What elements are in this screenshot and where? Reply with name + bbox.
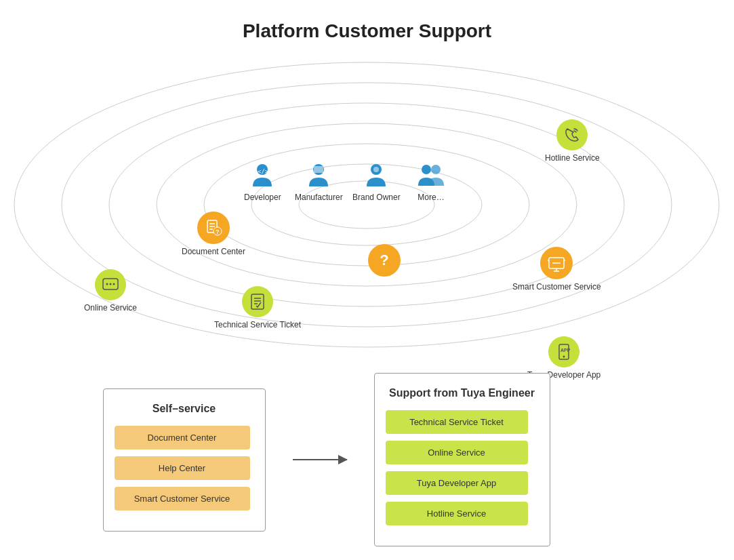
svg-point-37 (563, 356, 565, 358)
hotline-service-button[interactable]: Hotline Service (386, 502, 528, 525)
tuya-dev-app-icon: APP (548, 336, 579, 367)
brand-owner-label: Brand Owner (352, 193, 401, 202)
more-icon (417, 163, 445, 190)
support-title: Support from Tuya Engineer (386, 387, 539, 399)
online-service-label: Online Service (84, 303, 137, 313)
brand-owner-item: Brand Owner (352, 163, 401, 202)
arrow (293, 459, 347, 460)
online-service-icon (95, 269, 126, 300)
manufacturer-item: Manufacturer (295, 163, 343, 202)
self-service-title: Self–service (115, 403, 254, 415)
svg-text:APP: APP (560, 348, 571, 353)
page-title: Platform Customer Support (0, 0, 734, 42)
technical-ticket-button[interactable]: Technical Service Ticket (386, 410, 528, 434)
online-service-button[interactable]: Online Service (386, 441, 528, 464)
svg-point-13 (422, 165, 431, 174)
hotline-label: Hotline Service (545, 153, 600, 163)
svg-point-24 (113, 283, 115, 285)
svg-point-12 (373, 167, 379, 172)
technical-ticket-label: Technical Service Ticket (214, 320, 301, 329)
svg-point-23 (110, 283, 112, 285)
document-center-label: Document Center (182, 247, 245, 256)
self-service-box: Self–service Document Center Help Center… (103, 388, 266, 532)
smart-customer-item[interactable]: Smart Smart Customer ServiceCustomer Ser… (512, 247, 601, 292)
svg-rect-10 (314, 166, 323, 173)
svg-point-22 (106, 283, 108, 285)
tuya-dev-app-button[interactable]: Tuya Developer App (386, 471, 528, 495)
technical-ticket-item[interactable]: Technical Service Ticket (214, 286, 301, 329)
support-box: Support from Tuya Engineer Technical Ser… (374, 373, 550, 546)
more-label: More… (417, 193, 444, 202)
help-center-button[interactable]: Help Center (115, 456, 250, 480)
hotline-icon (556, 119, 588, 151)
more-item: More… (417, 163, 445, 202)
help-center-icon: ? (368, 244, 401, 277)
technical-ticket-icon (242, 286, 273, 317)
smart-customer-label: Smart Smart Customer ServiceCustomer Ser… (512, 282, 601, 292)
svg-point-14 (431, 165, 441, 174)
manufacturer-icon (306, 163, 331, 190)
help-center-item[interactable]: ? (368, 244, 401, 277)
document-center-button[interactable]: Document Center (115, 426, 250, 449)
online-service-item[interactable]: Online Service (84, 269, 137, 313)
brand-owner-icon (364, 163, 388, 190)
hotline-item[interactable]: Hotline Service (545, 119, 600, 163)
developer-icon: </> (250, 163, 274, 190)
svg-text:</>: </> (258, 168, 269, 175)
svg-text:?: ? (216, 228, 220, 235)
manufacturer-label: Manufacturer (295, 193, 343, 202)
document-center-icon: ? (197, 212, 230, 244)
svg-point-4 (204, 144, 529, 266)
developer-label: Developer (244, 193, 281, 202)
arrow-container (293, 459, 347, 460)
document-center-item[interactable]: ? Document Center (182, 212, 245, 256)
bottom-section: Self–service Document Center Help Center… (103, 373, 632, 546)
smart-customer-icon (540, 247, 573, 279)
diagram-area: </> Developer Manufacturer Brand Owner M… (0, 49, 734, 361)
developer-item: </> Developer (244, 163, 281, 202)
ellipses-svg (0, 49, 734, 361)
smart-customer-service-button[interactable]: Smart Customer Service (115, 487, 250, 511)
